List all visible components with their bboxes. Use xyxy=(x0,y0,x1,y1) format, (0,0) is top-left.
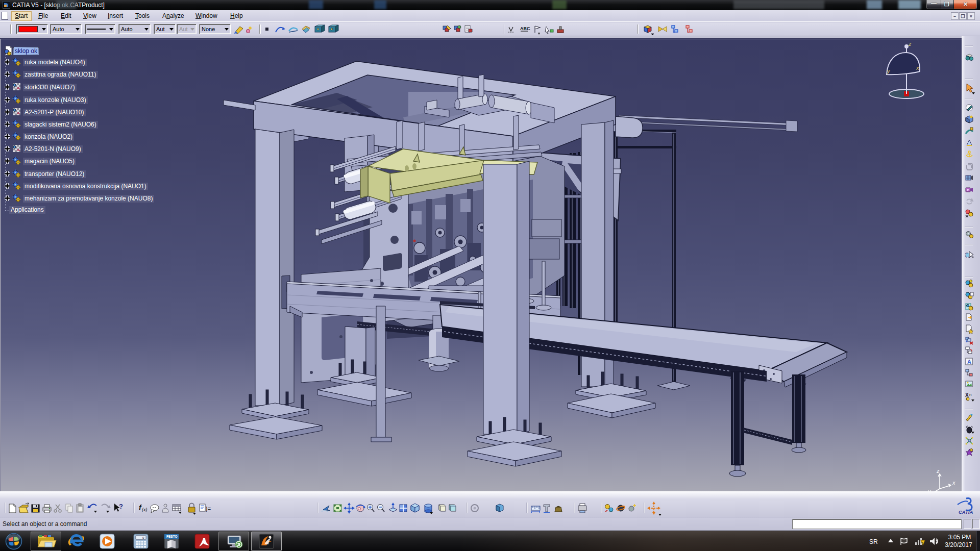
svg-text:}=: }= xyxy=(206,506,211,512)
svg-text:SR: SR xyxy=(869,538,878,545)
svg-text:n: n xyxy=(969,392,971,397)
svg-text:z: z xyxy=(936,468,940,474)
svg-text:ABC: ABC xyxy=(520,26,530,31)
svg-text:?: ? xyxy=(119,503,123,510)
svg-text:x: x xyxy=(952,480,955,486)
svg-text:(x): (x) xyxy=(142,507,148,512)
svg-text:CATIA: CATIA xyxy=(959,509,973,515)
svg-text:X: X xyxy=(965,392,969,398)
svg-text:A: A xyxy=(967,359,971,365)
svg-text:z: z xyxy=(908,41,912,47)
svg-text:x: x xyxy=(916,65,919,71)
svg-text:!: ! xyxy=(922,541,923,545)
svg-text:FESTO: FESTO xyxy=(166,535,178,538)
